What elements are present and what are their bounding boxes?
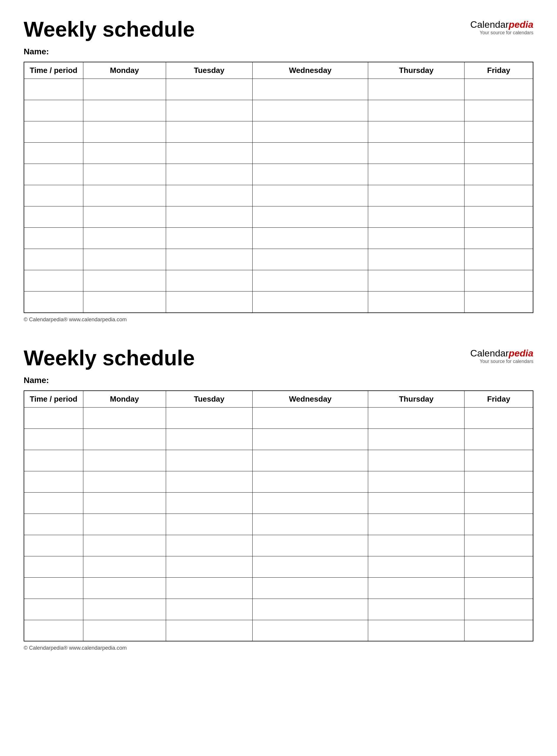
cell[interactable] bbox=[24, 143, 83, 164]
cell[interactable] bbox=[465, 143, 533, 164]
cell[interactable] bbox=[166, 407, 252, 429]
cell[interactable] bbox=[465, 556, 533, 577]
cell[interactable] bbox=[368, 291, 465, 313]
cell[interactable] bbox=[24, 471, 83, 492]
cell[interactable] bbox=[465, 471, 533, 492]
cell[interactable] bbox=[83, 429, 166, 450]
cell[interactable] bbox=[368, 556, 465, 577]
cell[interactable] bbox=[24, 249, 83, 270]
cell[interactable] bbox=[252, 185, 368, 207]
cell[interactable] bbox=[83, 270, 166, 291]
cell[interactable] bbox=[166, 249, 252, 270]
cell[interactable] bbox=[83, 407, 166, 429]
cell[interactable] bbox=[465, 249, 533, 270]
cell[interactable] bbox=[83, 535, 166, 556]
cell[interactable] bbox=[24, 599, 83, 620]
cell[interactable] bbox=[252, 492, 368, 513]
cell[interactable] bbox=[166, 513, 252, 535]
cell[interactable] bbox=[252, 143, 368, 164]
cell[interactable] bbox=[465, 164, 533, 185]
cell[interactable] bbox=[24, 535, 83, 556]
cell[interactable] bbox=[83, 556, 166, 577]
cell[interactable] bbox=[252, 249, 368, 270]
cell[interactable] bbox=[83, 599, 166, 620]
cell[interactable] bbox=[166, 79, 252, 100]
cell[interactable] bbox=[24, 79, 83, 100]
cell[interactable] bbox=[166, 164, 252, 185]
cell[interactable] bbox=[465, 270, 533, 291]
cell[interactable] bbox=[252, 429, 368, 450]
cell[interactable] bbox=[166, 471, 252, 492]
cell[interactable] bbox=[368, 207, 465, 228]
cell[interactable] bbox=[83, 121, 166, 143]
cell[interactable] bbox=[368, 121, 465, 143]
cell[interactable] bbox=[24, 450, 83, 471]
cell[interactable] bbox=[252, 407, 368, 429]
cell[interactable] bbox=[83, 577, 166, 599]
cell[interactable] bbox=[83, 79, 166, 100]
cell[interactable] bbox=[465, 291, 533, 313]
cell[interactable] bbox=[166, 556, 252, 577]
cell[interactable] bbox=[465, 207, 533, 228]
cell[interactable] bbox=[368, 249, 465, 270]
cell[interactable] bbox=[465, 492, 533, 513]
cell[interactable] bbox=[252, 450, 368, 471]
cell[interactable] bbox=[24, 185, 83, 207]
cell[interactable] bbox=[465, 121, 533, 143]
cell[interactable] bbox=[166, 185, 252, 207]
cell[interactable] bbox=[252, 471, 368, 492]
cell[interactable] bbox=[368, 599, 465, 620]
cell[interactable] bbox=[24, 620, 83, 641]
cell[interactable] bbox=[465, 429, 533, 450]
cell[interactable] bbox=[166, 599, 252, 620]
cell[interactable] bbox=[166, 143, 252, 164]
cell[interactable] bbox=[252, 513, 368, 535]
cell[interactable] bbox=[83, 185, 166, 207]
cell[interactable] bbox=[252, 100, 368, 121]
cell[interactable] bbox=[465, 450, 533, 471]
cell[interactable] bbox=[83, 249, 166, 270]
cell[interactable] bbox=[252, 121, 368, 143]
cell[interactable] bbox=[368, 164, 465, 185]
cell[interactable] bbox=[252, 577, 368, 599]
cell[interactable] bbox=[465, 228, 533, 249]
cell[interactable] bbox=[24, 228, 83, 249]
cell[interactable] bbox=[252, 228, 368, 249]
cell[interactable] bbox=[83, 492, 166, 513]
cell[interactable] bbox=[368, 100, 465, 121]
cell[interactable] bbox=[368, 143, 465, 164]
cell[interactable] bbox=[24, 100, 83, 121]
cell[interactable] bbox=[465, 407, 533, 429]
cell[interactable] bbox=[83, 100, 166, 121]
cell[interactable] bbox=[368, 513, 465, 535]
cell[interactable] bbox=[83, 620, 166, 641]
cell[interactable] bbox=[83, 291, 166, 313]
cell[interactable] bbox=[368, 270, 465, 291]
cell[interactable] bbox=[24, 513, 83, 535]
cell[interactable] bbox=[83, 450, 166, 471]
cell[interactable] bbox=[83, 471, 166, 492]
cell[interactable] bbox=[368, 79, 465, 100]
cell[interactable] bbox=[252, 620, 368, 641]
cell[interactable] bbox=[252, 599, 368, 620]
cell[interactable] bbox=[83, 228, 166, 249]
cell[interactable] bbox=[252, 556, 368, 577]
cell[interactable] bbox=[368, 577, 465, 599]
cell[interactable] bbox=[166, 429, 252, 450]
cell[interactable] bbox=[368, 407, 465, 429]
cell[interactable] bbox=[24, 556, 83, 577]
cell[interactable] bbox=[24, 164, 83, 185]
cell[interactable] bbox=[83, 143, 166, 164]
cell[interactable] bbox=[465, 185, 533, 207]
cell[interactable] bbox=[252, 207, 368, 228]
cell[interactable] bbox=[166, 207, 252, 228]
cell[interactable] bbox=[465, 79, 533, 100]
cell[interactable] bbox=[252, 270, 368, 291]
cell[interactable] bbox=[368, 450, 465, 471]
cell[interactable] bbox=[465, 513, 533, 535]
cell[interactable] bbox=[83, 513, 166, 535]
cell[interactable] bbox=[24, 270, 83, 291]
cell[interactable] bbox=[465, 100, 533, 121]
cell[interactable] bbox=[166, 492, 252, 513]
cell[interactable] bbox=[368, 429, 465, 450]
